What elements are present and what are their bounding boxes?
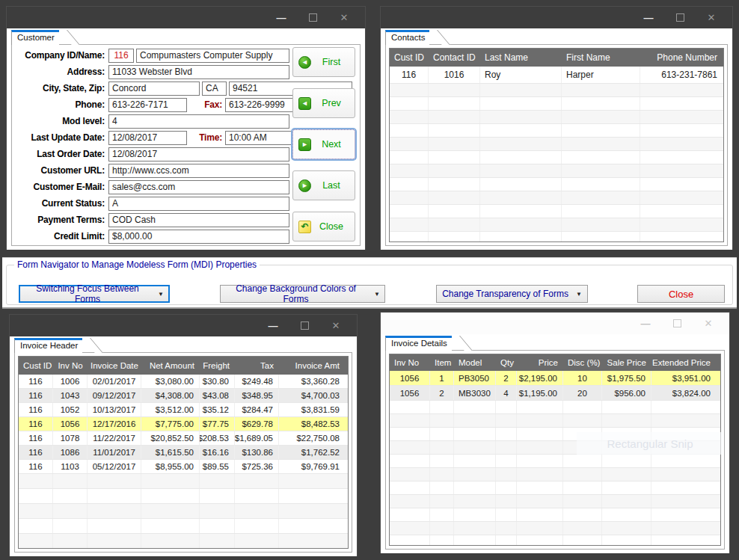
table-row[interactable]: 116105210/13/2017$3,512.00$35.12$284.47$… [19,403,348,417]
current-status-field[interactable] [108,197,289,211]
customer-titlebar[interactable]: — ✕ [7,7,365,28]
grid-cell: 1056 [390,386,430,400]
table-row[interactable]: 116110305/12/2017$8,955.00$89.55$725.36$… [19,460,348,474]
maximize-icon[interactable] [307,12,319,24]
column-header[interactable]: Invoice Amt [279,361,345,370]
grid-cell [454,401,496,413]
minimize-icon[interactable]: — [275,12,287,24]
table-row [390,151,723,164]
maximize-icon[interactable] [671,318,683,330]
column-header[interactable]: Cust ID [19,361,53,370]
table-row[interactable]: 116108611/01/2017$1,615.50$16.16$130.86$… [19,446,348,460]
invoice-header-titlebar[interactable]: — ✕ [10,315,357,336]
table-row[interactable]: 116107811/22/2017$20,852.50$208.53$1,689… [19,431,348,446]
column-header[interactable]: First Name [562,52,640,63]
column-header[interactable]: Tax [235,361,279,370]
table-row[interactable]: 116105612/17/2016$7,775.00$77.75$629.78$… [19,417,348,431]
grid-cell: 11/01/2017 [88,446,141,459]
tab-contacts[interactable]: Contacts [385,30,429,45]
strip-close-button[interactable]: Close [637,285,725,303]
column-header[interactable]: Net Amount [141,361,200,370]
grid-cell [430,455,454,467]
company-name-field[interactable] [136,49,289,63]
grid-cell [200,519,235,533]
city-field[interactable] [108,81,200,96]
phone-field[interactable] [108,98,187,112]
address-field[interactable] [108,65,289,79]
maximize-icon[interactable] [674,12,686,24]
column-header[interactable]: Model [454,358,496,367]
grid-cell: 2 [430,386,454,400]
column-header[interactable]: Invoice Date [88,361,141,370]
table-row[interactable]: 10562MB30304$1,195.0020$956.00$3,824.00 [390,386,720,401]
customer-email-field[interactable] [108,180,289,194]
change-background-colors-button[interactable]: Change Background Colors of Forms▼ [220,285,385,303]
grid-cell: $3,951.00 [651,371,716,385]
tab-invoice-details[interactable]: Invoice Details [385,336,452,351]
grid-cell [562,124,640,137]
grid-cell [480,111,562,123]
column-header[interactable]: Qty [496,358,517,367]
column-header[interactable]: Freight [200,361,235,370]
grid-cell: $4,308.00 [141,389,200,402]
table-row [390,414,720,428]
next-button[interactable]: ► Next [292,129,355,159]
invoice-header-grid: Cust IDInv NoInvoice DateNet AmountFreig… [18,356,349,549]
close-form-button[interactable]: ↶ Close [292,212,355,241]
last-update-date-field[interactable] [108,131,187,145]
column-header[interactable]: Inv No [53,361,88,370]
grid-cell [429,97,480,110]
close-icon[interactable]: ✕ [330,320,342,332]
grid-cell [640,164,723,177]
payment-terms-field[interactable] [108,213,289,227]
switching-focus-button[interactable]: Switching Focus Between Forms▼ [19,285,170,303]
column-header[interactable]: Inv No [390,358,430,367]
customer-url-field[interactable] [108,164,289,178]
minimize-icon[interactable]: — [640,318,651,330]
grid-cell [141,534,200,548]
column-header[interactable]: Phone Number [640,52,723,63]
grid-cell [640,178,723,191]
prev-button[interactable]: ◄ Prev [292,88,355,118]
grid-cell: $725.36 [235,460,279,473]
table-row[interactable]: 116100602/01/2017$3,080.00$30.80$249.48$… [19,375,348,389]
invoice-details-titlebar[interactable]: — ✕ [381,313,729,334]
column-header[interactable]: Last Name [480,52,562,63]
grid-cell: $1,615.50 [141,446,200,459]
last-button[interactable]: ► Last [292,170,355,200]
grid-cell [562,138,640,150]
last-order-date-field[interactable] [108,147,289,161]
mod-level-field[interactable] [108,114,289,129]
credit-limit-field[interactable] [108,230,289,244]
field-row: Current Status: [13,195,292,212]
column-header[interactable]: Disc (%) [563,358,602,367]
close-icon[interactable]: ✕ [338,12,350,24]
grid-cell [390,414,430,427]
column-header[interactable]: Cust ID [390,52,429,63]
maximize-icon[interactable] [298,320,310,332]
change-transparency-button[interactable]: Change Transparency of Forms▼ [436,285,588,303]
column-header[interactable]: Price [517,358,563,367]
grid-cell [562,97,640,110]
grid-cell [235,519,279,533]
table-row[interactable]: 10561PB30502$2,195.0010$1,975.50$3,951.0… [390,371,720,386]
state-field[interactable] [202,81,227,96]
column-header[interactable]: Contact ID [429,52,480,63]
contacts-titlebar[interactable]: — ✕ [381,7,732,28]
minimize-icon[interactable]: — [643,12,654,24]
column-header[interactable]: Sale Price [602,358,651,367]
company-id-field[interactable] [108,49,134,63]
tab-customer[interactable]: Customer [11,30,59,45]
minimize-icon[interactable]: — [267,320,279,332]
tab-invoice-header[interactable]: Invoice Header [14,338,82,353]
column-header[interactable]: Extended Price [651,358,716,367]
table-row[interactable]: 1161016RoyHarper613-231-7861 [390,67,723,84]
grid-cell [279,504,345,518]
grid-cell [429,232,480,242]
grid-cell [640,124,723,137]
close-icon[interactable]: ✕ [702,318,714,330]
column-header[interactable]: Item [430,358,454,367]
first-button[interactable]: ◄ First [292,47,355,77]
table-row[interactable]: 116104309/12/2017$4,308.00$43.08$348.95$… [19,389,348,403]
close-icon[interactable]: ✕ [705,12,717,24]
